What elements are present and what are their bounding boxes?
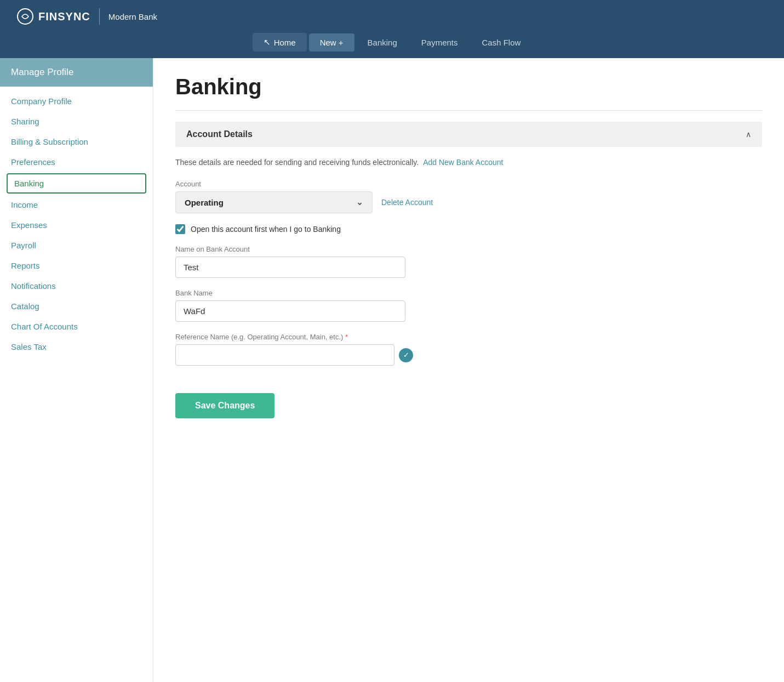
page-title: Banking: [175, 75, 762, 99]
nav-new-label: New +: [320, 38, 344, 47]
main-content: Banking Account Details ∧ These details …: [153, 58, 784, 682]
nav-banking[interactable]: Banking: [357, 33, 408, 52]
sidebar: Manage Profile Company Profile Sharing B…: [0, 58, 153, 682]
title-divider: [175, 110, 762, 111]
add-new-bank-account-link[interactable]: Add New Bank Account: [423, 158, 503, 167]
sidebar-item-preferences[interactable]: Preferences: [0, 152, 153, 172]
nav-home-label: Home: [274, 38, 296, 47]
open-first-checkbox[interactable]: [175, 224, 185, 234]
sidebar-item-sales-tax[interactable]: Sales Tax: [0, 337, 153, 357]
required-indicator: *: [345, 333, 348, 341]
checkbox-label: Open this account first when I go to Ban…: [191, 225, 341, 234]
home-arrow-icon: ↖: [264, 37, 271, 47]
bank-name-form-group: Bank Name: [175, 289, 762, 322]
name-label: Name on Bank Account: [175, 245, 762, 253]
sidebar-item-banking[interactable]: Banking: [7, 173, 146, 194]
bank-name-input[interactable]: [175, 300, 405, 322]
reference-name-input[interactable]: [175, 344, 394, 366]
sidebar-item-notifications[interactable]: Notifications: [0, 276, 153, 296]
delete-account-link[interactable]: Delete Account: [381, 198, 433, 207]
finsync-logo-icon: [16, 8, 34, 25]
dropdown-chevron-icon: ⌄: [356, 197, 363, 207]
checkbox-row: Open this account first when I go to Ban…: [175, 224, 762, 234]
account-form-group: Account Operating ⌄ Delete Account: [175, 180, 762, 213]
nav-payments-label: Payments: [421, 38, 458, 47]
nav-new[interactable]: New +: [309, 33, 354, 52]
reference-label: Reference Name (e.g. Operating Account, …: [175, 333, 762, 341]
logo-text: FINSYNC: [38, 10, 90, 23]
nav-cashflow-label: Cash Flow: [482, 38, 521, 47]
sidebar-item-payroll[interactable]: Payroll: [0, 235, 153, 255]
sidebar-header-label: Manage Profile: [11, 67, 73, 77]
sidebar-nav: Company Profile Sharing Billing & Subscr…: [0, 87, 153, 361]
chevron-up-icon: ∧: [746, 130, 751, 139]
section-header-title: Account Details: [186, 129, 253, 139]
sidebar-item-chart-of-accounts[interactable]: Chart Of Accounts: [0, 316, 153, 337]
description-row: These details are needed for sending and…: [175, 158, 762, 167]
reference-input-row: ✓: [175, 344, 762, 366]
main-layout: Manage Profile Company Profile Sharing B…: [0, 58, 784, 682]
sidebar-item-reports[interactable]: Reports: [0, 255, 153, 276]
bank-name: Modern Bank: [108, 12, 157, 21]
nav-banking-label: Banking: [368, 38, 397, 47]
nav-home[interactable]: ↖ Home: [253, 33, 307, 52]
logo: FINSYNC: [16, 8, 90, 25]
sidebar-item-expenses[interactable]: Expenses: [0, 215, 153, 235]
bank-name-label: Bank Name: [175, 289, 762, 297]
main-navbar: ↖ Home New + Banking Payments Cash Flow: [0, 33, 784, 58]
svg-point-0: [18, 9, 33, 24]
account-dropdown[interactable]: Operating ⌄: [175, 191, 373, 213]
account-dropdown-value: Operating: [185, 198, 224, 207]
nav-payments[interactable]: Payments: [410, 33, 469, 52]
name-form-group: Name on Bank Account: [175, 245, 762, 278]
sidebar-item-sharing[interactable]: Sharing: [0, 111, 153, 132]
account-dropdown-row: Operating ⌄ Delete Account: [175, 191, 762, 213]
reference-validate-icon: ✓: [399, 348, 413, 362]
description-text: These details are needed for sending and…: [175, 158, 419, 167]
sidebar-item-catalog[interactable]: Catalog: [0, 296, 153, 316]
sidebar-item-company-profile[interactable]: Company Profile: [0, 91, 153, 111]
reference-form-group: Reference Name (e.g. Operating Account, …: [175, 333, 762, 366]
save-changes-button[interactable]: Save Changes: [175, 393, 274, 418]
app-header: FINSYNC Modern Bank: [0, 0, 784, 33]
sidebar-item-income[interactable]: Income: [0, 195, 153, 215]
sidebar-item-billing[interactable]: Billing & Subscription: [0, 132, 153, 152]
account-details-section-header[interactable]: Account Details ∧: [175, 122, 762, 147]
name-input[interactable]: [175, 257, 405, 278]
nav-cashflow[interactable]: Cash Flow: [471, 33, 532, 52]
sidebar-header: Manage Profile: [0, 58, 153, 87]
logo-divider: [99, 8, 100, 25]
account-label: Account: [175, 180, 762, 188]
